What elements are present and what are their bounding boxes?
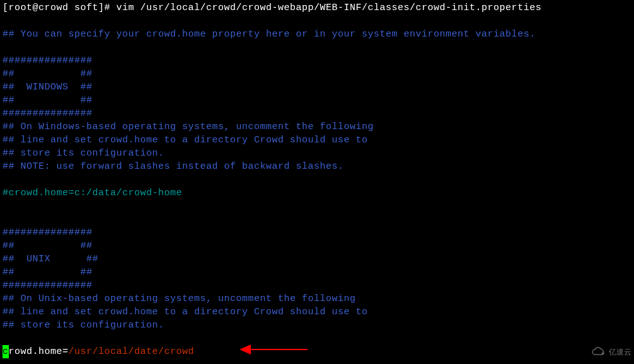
unix-section-border: ############### [3, 279, 631, 292]
svg-point-0 [602, 353, 604, 355]
unix-comment-line: ## On Unix-based operating systems, unco… [3, 292, 631, 305]
property-key: rowd.home= [9, 346, 69, 357]
unix-section-pad: ## ## [3, 266, 631, 279]
shell-prompt-line: [root@crowd soft]# vim /usr/local/crowd/… [3, 1, 631, 14]
blank-line [3, 332, 631, 345]
blank-line [3, 200, 631, 213]
windows-comment-line: ## store its configuration. [3, 147, 631, 160]
windows-comment-line: ## line and set crowd.home to a director… [3, 134, 631, 147]
windows-comment-line: ## On Windows-based operating systems, u… [3, 120, 631, 134]
unix-comment-line: ## line and set crowd.home to a director… [3, 305, 631, 319]
windows-section-title: ## WINDOWS ## [3, 81, 631, 94]
windows-section-border: ############### [3, 54, 631, 67]
blank-line [3, 213, 631, 226]
unix-section-title: ## UNIX ## [3, 253, 631, 266]
watermark-logo: 亿速云 [581, 343, 631, 361]
vim-cursor: c [3, 345, 9, 358]
blank-line [3, 41, 631, 54]
windows-section-pad: ## ## [3, 94, 631, 107]
windows-example-line: #crowd.home=c:/data/crowd-home [3, 186, 631, 200]
file-header-comment: ## You can specify your crowd.home prope… [3, 28, 631, 41]
blank-line [3, 14, 631, 28]
unix-section-border: ############### [3, 226, 631, 239]
unix-comment-line: ## store its configuration. [3, 319, 631, 332]
cloud-icon [591, 346, 606, 358]
unix-section-pad: ## ## [3, 239, 631, 253]
windows-comment-line: ## NOTE: use forward slashes instead of … [3, 160, 631, 173]
blank-line [3, 173, 631, 186]
windows-section-border: ############### [3, 107, 631, 120]
watermark-text: 亿速云 [609, 346, 631, 359]
windows-section-pad: ## ## [3, 67, 631, 81]
terminal-editor[interactable]: [root@crowd soft]# vim /usr/local/crowd/… [3, 1, 631, 358]
property-value: /usr/local/date/crowd [69, 346, 195, 357]
crowd-home-property-line: crowd.home=/usr/local/date/crowd [3, 345, 631, 358]
